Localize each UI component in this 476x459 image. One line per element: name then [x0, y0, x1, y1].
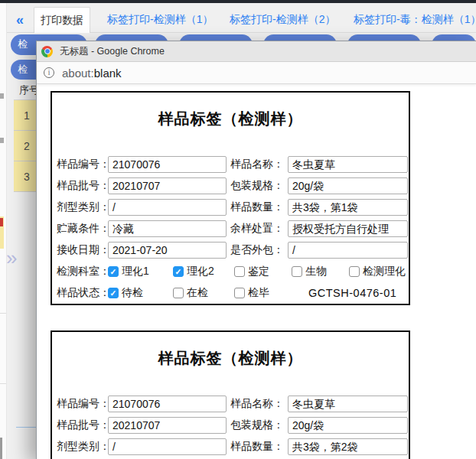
label-card-title: 样品标签（检测样） [52, 348, 409, 369]
field-label: 样品状态： [57, 286, 110, 300]
field-input[interactable]: 20g/袋 [288, 177, 408, 194]
field-input[interactable]: 21070076 [108, 396, 227, 412]
field-input[interactable]: 2021-07-20 [108, 242, 227, 259]
checkbox-label: 理化1 [122, 265, 149, 278]
field-label: 余样处置： [230, 222, 284, 236]
field-input[interactable]: 20210707 [108, 177, 227, 194]
address-bar: i about:blank [37, 62, 476, 84]
checkbox-unchecked-icon[interactable] [292, 266, 302, 277]
checkbox-option[interactable]: 生物 [292, 265, 327, 278]
page-content: 样品标签（检测样） 样品编号：21070076样品名称：冬虫夏草样品批号：202… [37, 85, 476, 459]
field-input[interactable]: 共3袋，第1袋 [288, 199, 408, 216]
field-label: 样品数量： [230, 440, 284, 454]
checkbox-option[interactable]: 鉴定 [234, 265, 269, 278]
collapse-tabs-icon[interactable]: « [16, 12, 24, 28]
field-label: 包装规格： [230, 418, 284, 432]
label-card-title: 样品标签（检测样） [52, 109, 409, 129]
field-row: 样品批号：20210707包装规格：20g/袋 [52, 177, 409, 198]
field-input[interactable]: / [108, 438, 227, 455]
field-row: 剂型类别：/样品数量：共3袋，第2袋 [52, 438, 409, 459]
field-label: 样品名称： [230, 397, 284, 411]
checkbox-label: 理化2 [187, 265, 214, 278]
checkbox-checked-icon[interactable] [108, 288, 119, 298]
clipped-element-artifact [0, 438, 2, 459]
field-label: 包装规格： [230, 179, 284, 193]
url-text: about:blank [62, 67, 122, 80]
checkbox-label: 在检 [187, 286, 208, 300]
url-path: blank [94, 67, 122, 80]
sample-label-card: 样品标签（检测样） 样品编号：21070076样品名称：冬虫夏草样品批号：202… [51, 91, 410, 305]
screen: « 打印数据 标签打印-检测样（1） 标签打印-检测样（2） 标签打印-毒：检测… [0, 0, 476, 459]
checkbox-unchecked-icon[interactable] [234, 266, 245, 277]
field-input[interactable]: 共3袋，第2袋 [288, 438, 408, 455]
clipped-text-artifact [0, 138, 4, 143]
field-input[interactable]: 冬虫夏草 [288, 156, 408, 173]
page-info-icon[interactable]: i [44, 67, 54, 78]
field-input[interactable]: 授权受托方自行处理 [288, 220, 408, 237]
field-input[interactable]: 20210707 [108, 417, 227, 434]
checkbox-unchecked-icon[interactable] [234, 288, 245, 298]
field-row: 贮藏条件：冷藏余样处置：授权受托方自行处理 [52, 220, 409, 241]
checkbox-option[interactable]: 检毕 [234, 286, 269, 300]
checkbox-label: 待检 [122, 286, 143, 300]
chrome-popup-window: 无标题 - Google Chrome i about:blank 样品标签（检… [36, 41, 476, 459]
checkbox-label: 检测理化 [363, 265, 406, 278]
field-input[interactable]: / [288, 242, 408, 259]
field-label: 样品数量： [230, 200, 284, 214]
field-input[interactable]: / [108, 199, 227, 216]
field-label: 接收日期： [57, 243, 110, 257]
field-label: 是否外包： [230, 243, 284, 257]
field-label: 剂型类别： [57, 440, 110, 454]
clipped-link-underline [16, 427, 36, 428]
url-scheme: about: [62, 67, 94, 80]
checkbox-label: 生物 [305, 265, 327, 278]
label-card-rows: 样品编号：21070076样品名称：冬虫夏草样品批号：20210707包装规格：… [52, 155, 409, 305]
field-label: 剂型类别： [57, 200, 110, 214]
field-input[interactable]: 21070076 [108, 156, 227, 173]
field-row: 样品批号：20210707包装规格：20g/袋 [52, 416, 409, 438]
clipped-red-text-artifact [0, 218, 3, 226]
checkbox-checked-icon[interactable] [173, 266, 184, 277]
window-title-bar[interactable]: 无标题 - Google Chrome [37, 41, 476, 62]
field-label: 样品名称： [230, 158, 284, 171]
checkbox-label: 鉴定 [248, 265, 269, 278]
label-card-rows: 样品编号：21070076样品名称：冬虫夏草样品批号：20210707包装规格：… [52, 395, 409, 459]
department-checkbox-row: 检测科室：理化1理化2鉴定生物检测理化 [52, 262, 409, 284]
checkbox-option[interactable]: 检测理化 [349, 265, 406, 278]
checkbox-option[interactable]: 在检 [173, 286, 208, 300]
tab-label-print-toxic-sample-1[interactable]: 标签打印-毒：检测样（1） [354, 7, 476, 33]
field-label: 检测科室： [57, 265, 110, 278]
field-row: 剂型类别：/样品数量：共3袋，第1袋 [52, 198, 409, 220]
divider [0, 313, 6, 314]
checkbox-option[interactable]: 理化1 [108, 265, 149, 278]
field-label: 贮藏条件： [57, 222, 110, 236]
field-label: 样品批号： [57, 418, 110, 432]
field-input[interactable]: 20g/袋 [288, 417, 408, 434]
checkbox-option[interactable]: 理化2 [173, 265, 214, 278]
sample-label-card: 样品标签（检测样） 样品编号：21070076样品名称：冬虫夏草样品批号：202… [51, 330, 410, 459]
expand-panel-icon[interactable]: » [6, 246, 17, 270]
field-input[interactable]: 冷藏 [108, 220, 227, 237]
tab-print-data[interactable]: 打印数据 [34, 7, 90, 33]
status-checkbox-row: 样品状态：待检在检检毕GCTSH-0476-01 [52, 284, 409, 305]
field-input[interactable]: 冬虫夏草 [288, 396, 408, 412]
field-label: 样品批号： [57, 179, 110, 193]
field-row: 样品编号：21070076样品名称：冬虫夏草 [52, 155, 409, 177]
checkbox-label: 检毕 [248, 286, 269, 300]
chrome-logo-icon [41, 46, 53, 57]
field-label: 样品编号： [57, 397, 110, 411]
checkbox-checked-icon[interactable] [108, 266, 119, 277]
divider [0, 383, 6, 384]
field-row: 样品编号：21070076样品名称：冬虫夏草 [52, 395, 409, 416]
checkbox-option[interactable]: 待检 [108, 286, 143, 300]
window-title: 无标题 - Google Chrome [60, 45, 165, 58]
tab-label-print-sample-2[interactable]: 标签打印-检测样（2） [230, 7, 335, 33]
clipped-text-artifact [0, 93, 4, 99]
module-tab-bar: « 打印数据 标签打印-检测样（1） 标签打印-检测样（2） 标签打印-毒：检测… [7, 3, 476, 33]
checkbox-unchecked-icon[interactable] [173, 288, 184, 298]
tab-label-print-sample-1[interactable]: 标签打印-检测样（1） [107, 7, 213, 33]
field-label: 样品编号： [57, 158, 110, 171]
checkbox-unchecked-icon[interactable] [349, 266, 360, 277]
sample-code: GCTSH-0476-01 [308, 287, 396, 299]
field-row: 接收日期：2021-07-20是否外包：/ [52, 241, 409, 262]
